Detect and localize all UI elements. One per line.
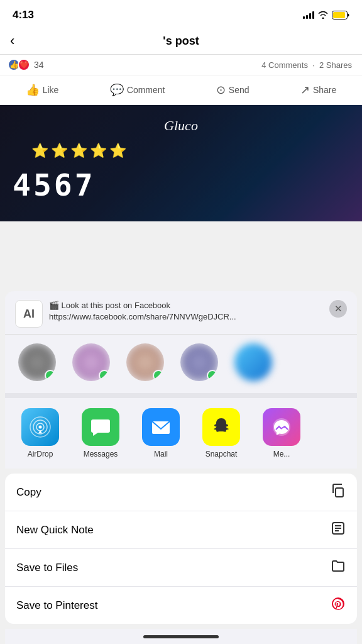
apps-row: AirDrop Messages Mail — [5, 398, 357, 469]
app-name: Snapchat — [206, 450, 238, 458]
avatar — [18, 343, 56, 381]
app-messenger[interactable]: Me... — [256, 408, 307, 458]
svg-rect-9 — [336, 488, 343, 497]
contact-item[interactable] — [123, 343, 167, 384]
app-mail[interactable]: Mail — [136, 408, 186, 458]
back-button[interactable]: ‹ — [10, 33, 14, 49]
messenger-icon — [263, 408, 300, 446]
stars-row: ⭐ ⭐ ⭐ ⭐ ⭐ — [31, 143, 126, 159]
like-label: Like — [43, 85, 59, 95]
link-preview-left: AI 🎬 Look at this post on Facebook https… — [15, 300, 329, 328]
contact-item[interactable] — [177, 343, 221, 384]
link-preview-card: AI 🎬 Look at this post on Facebook https… — [5, 291, 357, 335]
app-name: Me... — [273, 450, 290, 458]
snapchat-icon — [202, 408, 240, 446]
store-name: Gluco — [164, 118, 198, 134]
battery-icon — [332, 11, 349, 19]
copy-action[interactable]: Copy — [5, 474, 357, 511]
ai-icon: AI — [15, 300, 43, 328]
like-button[interactable]: 👍 Like — [19, 79, 65, 101]
store-digits: 4567 — [13, 167, 96, 203]
comment-icon: 💬 — [110, 83, 124, 97]
save-files-label: Save to Files — [16, 562, 78, 574]
avatar — [126, 343, 164, 381]
link-text: 🎬 Look at this post on Facebook https://… — [49, 300, 329, 323]
reaction-section: 👍 ❤️ 34 — [10, 58, 44, 71]
comment-button[interactable]: 💬 Comment — [104, 79, 172, 101]
contact-badge — [207, 370, 218, 381]
pinterest-icon — [331, 596, 346, 614]
send-button[interactable]: ⊙ Send — [210, 79, 256, 101]
sheet-divider — [5, 393, 357, 398]
close-button[interactable]: ✕ — [329, 300, 347, 318]
copy-icon — [331, 483, 346, 501]
svg-point-5 — [39, 426, 42, 429]
reaction-emojis: 👍 ❤️ — [10, 58, 30, 71]
save-pinterest-label: Save to Pinterest — [16, 599, 97, 612]
app-name: Mail — [154, 450, 168, 458]
status-time: 4:13 — [13, 9, 34, 21]
contact-item[interactable] — [231, 343, 275, 384]
like-icon: 👍 — [26, 83, 40, 97]
share-sheet: AI 🎬 Look at this post on Facebook https… — [0, 291, 362, 644]
new-quick-note-label: New Quick Note — [16, 524, 94, 536]
share-label: Share — [313, 85, 336, 95]
share-icon: ↗ — [300, 83, 310, 97]
post-counts: 4 Comments · 2 Shares — [261, 60, 352, 70]
app-airdrop[interactable]: AirDrop — [15, 408, 65, 458]
new-quick-note-action[interactable]: New Quick Note — [5, 511, 357, 549]
avatar — [180, 343, 218, 381]
contacts-row — [5, 335, 357, 393]
share-count: 2 Shares — [319, 60, 352, 70]
action-list: Copy New Quick Note Save to Files — [5, 474, 357, 624]
avatar — [72, 343, 110, 381]
wifi-icon — [318, 11, 328, 19]
reaction-count: 34 — [34, 60, 44, 70]
quick-note-icon — [331, 521, 346, 539]
files-icon — [331, 558, 346, 577]
app-name: AirDrop — [28, 450, 53, 458]
status-icons — [303, 11, 349, 19]
post-image: Gluco ⭐ ⭐ ⭐ ⭐ ⭐ 4567 — [0, 105, 362, 221]
svg-rect-1 — [333, 12, 345, 18]
send-label: Send — [229, 85, 250, 95]
home-bar — [143, 635, 219, 638]
mail-icon — [142, 408, 180, 446]
copy-label: Copy — [16, 486, 41, 499]
send-icon: ⊙ — [216, 83, 226, 97]
app-snapchat[interactable]: Snapchat — [196, 408, 246, 458]
fb-nav-bar: ‹ 's post — [0, 28, 362, 55]
comment-label: Comment — [127, 85, 165, 95]
post-stats-bar: 👍 ❤️ 34 4 Comments · 2 Shares — [0, 55, 362, 75]
page-title: 's post — [163, 35, 199, 48]
airdrop-icon — [21, 408, 59, 446]
contact-item[interactable] — [69, 343, 113, 384]
status-bar: 4:13 — [0, 0, 362, 28]
contact-item[interactable] — [15, 343, 59, 384]
app-name: Messages — [84, 450, 118, 458]
contact-badge — [45, 370, 56, 381]
contact-badge — [99, 370, 110, 381]
signal-icon — [303, 11, 314, 19]
save-to-files-action[interactable]: Save to Files — [5, 549, 357, 587]
contact-badge — [153, 370, 164, 381]
avatar — [234, 343, 272, 381]
messages-icon — [82, 408, 119, 446]
save-to-pinterest-action[interactable]: Save to Pinterest — [5, 587, 357, 624]
comment-count: 4 Comments — [261, 60, 308, 70]
post-action-bar: 👍 Like 💬 Comment ⊙ Send ↗ Share — [0, 75, 362, 105]
app-messages[interactable]: Messages — [75, 408, 126, 458]
share-button[interactable]: ↗ Share — [294, 79, 343, 101]
home-indicator — [5, 629, 357, 644]
